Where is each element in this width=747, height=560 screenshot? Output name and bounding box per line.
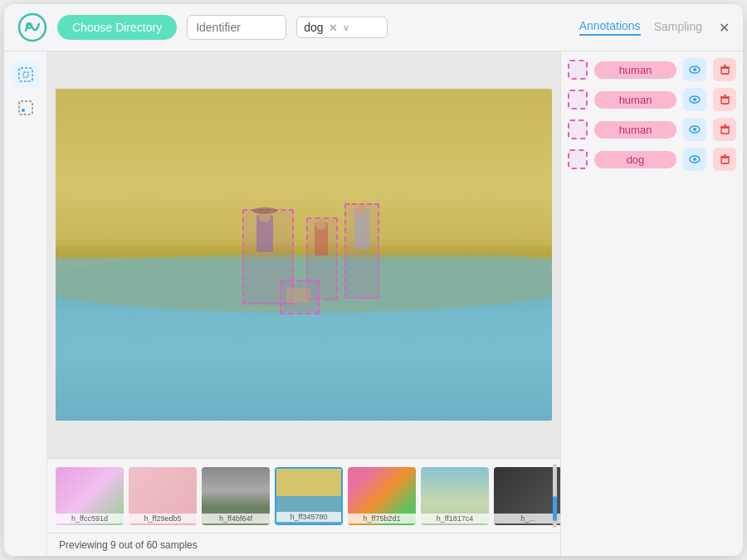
- select-tool-icon[interactable]: [12, 61, 39, 88]
- thumbnail-h_partial[interactable]: h_...: [494, 467, 560, 525]
- svg-point-17: [693, 128, 696, 131]
- thumbnail-strip: h_ffcc591d h_ff29edb5 h_ff4bf64f h_ff345…: [47, 458, 560, 533]
- app-logo: [17, 12, 47, 42]
- annotation-item-3: human: [568, 118, 736, 141]
- crop-tool-icon[interactable]: [12, 95, 39, 121]
- thumbnail-h_ffcc591d[interactable]: h_ffcc591d: [56, 467, 124, 525]
- main-content: h_ffcc591d h_ff29edb5 h_ff4bf64f h_ff345…: [4, 51, 743, 556]
- visibility-toggle-3[interactable]: [683, 118, 706, 141]
- tag-value: dog: [304, 21, 323, 34]
- visibility-toggle-1[interactable]: [683, 58, 706, 81]
- delete-annotation-4[interactable]: [713, 148, 736, 171]
- annotation-label-1: human: [594, 61, 676, 79]
- canvas-area: h_ffcc591d h_ff29edb5 h_ff4bf64f h_ff345…: [47, 51, 560, 556]
- svg-rect-13: [721, 98, 729, 104]
- svg-rect-4: [19, 101, 32, 114]
- svg-rect-2: [19, 68, 32, 81]
- thumbnail-scrollbar[interactable]: [553, 464, 557, 528]
- thumbnail-h_ff75b2d1[interactable]: h_ff75b2d1: [348, 467, 416, 525]
- thumbnail-label: h_ff1817c4: [421, 514, 489, 523]
- annotation-dog-1: [280, 280, 320, 314]
- annotation-item-1: human: [568, 58, 736, 81]
- delete-annotation-1[interactable]: [713, 58, 736, 81]
- annotation-label-3: human: [594, 121, 676, 139]
- svg-rect-23: [721, 158, 729, 163]
- annotation-item-4: dog: [568, 148, 736, 171]
- svg-point-22: [693, 158, 696, 161]
- app-window: Choose Directory dog ✕ ∨ Annotations Sam…: [4, 4, 743, 556]
- annotation-thumbnail-4: [568, 149, 588, 169]
- thumbnail-h_ff345780[interactable]: h_ff345780: [275, 467, 343, 525]
- thumbnail-label: h_...: [494, 514, 560, 523]
- tag-clear-icon[interactable]: ✕: [329, 22, 338, 34]
- svg-rect-18: [721, 128, 729, 134]
- delete-annotation-2[interactable]: [713, 88, 736, 111]
- right-panel: human: [560, 51, 743, 556]
- tab-sampling[interactable]: Sampling: [654, 20, 702, 35]
- svg-rect-8: [721, 68, 729, 74]
- thumbnail-label: h_ffcc591d: [56, 514, 124, 523]
- thumbnail-h_ff29edb5[interactable]: h_ff29edb5: [129, 467, 197, 525]
- header: Choose Directory dog ✕ ∨ Annotations Sam…: [4, 4, 743, 51]
- main-image: [56, 89, 552, 421]
- status-bar: Previewing 9 out of 60 samples: [47, 533, 560, 556]
- svg-point-5: [22, 109, 25, 112]
- annotation-label-2: human: [594, 91, 676, 109]
- annotation-item-2: human: [568, 88, 736, 111]
- left-toolbar: [4, 51, 47, 556]
- right-panel-tabs: Annotations Sampling ✕: [579, 19, 730, 36]
- annotation-list: human: [561, 51, 743, 556]
- tab-annotations[interactable]: Annotations: [579, 19, 641, 36]
- tag-chevron-icon[interactable]: ∨: [343, 22, 349, 33]
- choose-directory-button[interactable]: Choose Directory: [57, 15, 177, 40]
- close-button[interactable]: ✕: [719, 20, 730, 36]
- svg-point-7: [693, 68, 696, 71]
- thumbnail-label: h_ff4bf64f: [202, 514, 270, 523]
- annotation-thumbnail-3: [568, 119, 588, 139]
- identifier-input[interactable]: [187, 15, 286, 40]
- tag-combo[interactable]: dog ✕ ∨: [296, 17, 388, 38]
- visibility-toggle-4[interactable]: [683, 148, 706, 171]
- delete-annotation-3[interactable]: [713, 118, 736, 141]
- image-container: [47, 51, 560, 458]
- thumbnail-label: h_ff345780: [276, 512, 341, 522]
- preview-status-text: Previewing 9 out of 60 samples: [59, 539, 198, 551]
- svg-rect-3: [23, 72, 28, 77]
- annotation-thumbnail-2: [568, 90, 588, 110]
- thumbnail-label: h_ff75b2d1: [348, 514, 416, 523]
- annotation-label-4: dog: [594, 151, 676, 168]
- annotation-human-3: [344, 203, 379, 299]
- svg-point-12: [693, 98, 696, 101]
- annotation-thumbnail-1: [568, 60, 588, 80]
- thumbnail-scrollbar-handle[interactable]: [553, 496, 557, 521]
- visibility-toggle-2[interactable]: [683, 88, 706, 111]
- thumbnail-h_ff4bf64f[interactable]: h_ff4bf64f: [202, 467, 270, 525]
- thumbnail-h_ff1817c4[interactable]: h_ff1817c4: [421, 467, 489, 525]
- thumbnail-label: h_ff29edb5: [129, 514, 197, 523]
